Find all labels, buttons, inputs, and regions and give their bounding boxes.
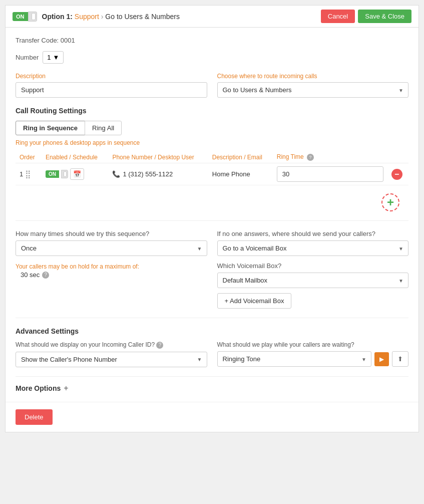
header-route: Go to Users & Numbers <box>105 13 180 21</box>
toggle-switch[interactable]: ON <box>13 12 37 22</box>
description-cell: Home Phone <box>208 163 273 185</box>
header-actions: Cancel Save & Close <box>321 10 411 23</box>
route-select-wrap: Go to Users & Numbers <box>217 82 409 98</box>
number-label: Number <box>16 54 39 61</box>
order-cell: 1 ⣿ <box>16 163 42 185</box>
no-answer-select-wrap: Go to a Voicemail Box <box>217 240 409 256</box>
try-select[interactable]: Once <box>16 240 207 256</box>
divider-1 <box>16 220 408 221</box>
phone-cell: 📞 1 (312) 555-1122 <box>108 163 208 185</box>
waiting-select[interactable]: Ringing Tone <box>217 351 372 367</box>
advanced-section: Advanced Settings What should we display… <box>16 327 408 393</box>
divider-2 <box>16 318 408 318</box>
header-option-prefix: Option 1: <box>42 13 75 21</box>
table-row: 1 ⣿ ON 📅 <box>16 163 408 185</box>
number-chevron-icon: ▼ <box>53 54 59 61</box>
number-dropdown[interactable]: 1 ▼ <box>43 51 64 64</box>
header-left: ON Option 1: Support › Go to Users & Num… <box>13 12 180 22</box>
caller-id-label: What should we display on your Incoming … <box>16 341 207 349</box>
add-row-button[interactable]: + <box>381 193 399 211</box>
order-number: 1 <box>20 170 23 178</box>
try-label: How many times should we try this sequen… <box>16 230 207 237</box>
transfer-code: Transfer Code: 0001 <box>16 37 408 44</box>
th-description: Description / Email <box>208 151 273 163</box>
route-label: Choose where to route incoming calls <box>217 73 409 80</box>
routing-table: Order Enabled / Schedule Phone Number / … <box>16 151 408 185</box>
caller-id-col: What should we display on your Incoming … <box>16 341 207 367</box>
main-content: Transfer Code: 0001 Number 1 ▼ Descripti… <box>6 28 418 402</box>
row-toggle-knob <box>64 171 67 177</box>
hold-label: Your callers may be on hold for a maximu… <box>16 263 207 270</box>
more-options-row: More Options + <box>16 376 408 393</box>
remove-row-button[interactable]: − <box>391 169 402 180</box>
caller-id-select[interactable]: Show the Caller's Phone Number <box>16 352 207 367</box>
call-routing-title: Call Routing Settings <box>16 107 408 115</box>
number-row: Number 1 ▼ <box>16 51 408 64</box>
footer: Delete <box>6 402 418 432</box>
ring-time-help-icon[interactable]: ? <box>307 154 314 161</box>
toggle-slider[interactable] <box>28 12 37 22</box>
hold-section: Your callers may be on hold for a maximu… <box>16 263 207 279</box>
phone-icon: 📞 <box>112 170 120 178</box>
caller-id-select-wrap: Show the Caller's Phone Number <box>16 352 207 367</box>
play-button[interactable]: ▶ <box>374 352 389 366</box>
ring-hint: Ring your phones & desktop apps in seque… <box>16 139 408 146</box>
voicemail-label: Which Voicemail Box? <box>217 262 409 270</box>
drag-handle-icon[interactable]: ⣿ <box>25 169 31 179</box>
th-phone: Phone Number / Desktop User <box>108 151 208 163</box>
th-order: Order <box>16 151 42 163</box>
waiting-select-wrap: Ringing Tone <box>217 351 372 367</box>
header-arrow: › <box>101 13 104 21</box>
tab-ring-all[interactable]: Ring All <box>85 121 122 135</box>
header-support-link[interactable]: Support <box>75 13 99 21</box>
number-value: 1 <box>47 54 51 61</box>
routing-table-header: Order Enabled / Schedule Phone Number / … <box>16 151 408 163</box>
header-title: Option 1: Support › Go to Users & Number… <box>42 13 180 21</box>
row-toggle-slider[interactable] <box>61 170 68 178</box>
tab-ring-in-sequence[interactable]: Ring in Sequence <box>16 121 85 135</box>
enabled-cell: ON 📅 <box>42 163 108 185</box>
caller-id-help-icon[interactable]: ? <box>156 342 163 349</box>
no-answer-col: If no one answers, where should we send … <box>217 230 409 309</box>
row-toggle-on[interactable]: ON <box>46 170 59 178</box>
th-ring-time: Ring Time ? <box>273 151 387 163</box>
header: ON Option 1: Support › Go to Users & Num… <box>6 6 418 28</box>
description-col: Description <box>16 73 207 98</box>
play-row: Ringing Tone ▶ ⬆ <box>217 351 409 367</box>
toggle-on-label: ON <box>13 12 28 21</box>
save-close-button[interactable]: Save & Close <box>358 10 411 23</box>
more-options-plus-icon[interactable]: + <box>64 384 68 393</box>
add-row-wrapper: + <box>16 190 408 211</box>
remove-cell: − <box>387 163 408 185</box>
description-input[interactable] <box>16 82 207 98</box>
hold-value-row: 30 sec ? <box>16 271 207 279</box>
upload-button[interactable]: ⬆ <box>392 351 408 367</box>
advanced-title: Advanced Settings <box>16 327 408 335</box>
calendar-icon[interactable]: 📅 <box>70 168 84 180</box>
sequence-section: How many times should we try this sequen… <box>16 230 408 309</box>
voicemail-select[interactable]: Default Mailbox <box>217 273 409 288</box>
hold-help-icon[interactable]: ? <box>42 272 49 279</box>
cancel-button[interactable]: Cancel <box>321 10 355 23</box>
description-label: Description <box>16 73 207 80</box>
voicemail-section: Which Voicemail Box? Default Mailbox + A… <box>217 262 409 309</box>
add-voicemail-button[interactable]: + Add Voicemail Box <box>217 293 292 309</box>
delete-button[interactable]: Delete <box>16 409 53 425</box>
try-col: How many times should we try this sequen… <box>16 230 207 309</box>
voicemail-select-wrap: Default Mailbox <box>217 273 409 288</box>
route-select[interactable]: Go to Users & Numbers <box>217 82 409 98</box>
no-answer-select[interactable]: Go to a Voicemail Box <box>217 240 409 256</box>
description-route-row: Description Choose where to route incomi… <box>16 73 408 98</box>
ring-time-cell <box>273 163 387 185</box>
waiting-label: What should we play while your callers a… <box>217 341 409 348</box>
ring-tabs: Ring in Sequence Ring All <box>16 121 408 135</box>
routing-table-body: 1 ⣿ ON 📅 <box>16 163 408 185</box>
no-answer-label: If no one answers, where should we send … <box>217 230 409 237</box>
th-actions <box>387 151 408 163</box>
advanced-two-col: What should we display on your Incoming … <box>16 341 408 367</box>
route-col: Choose where to route incoming calls Go … <box>217 73 409 98</box>
waiting-col: What should we play while your callers a… <box>217 341 409 367</box>
ring-time-input[interactable] <box>277 166 383 182</box>
phone-number: 1 (312) 555-1122 <box>123 170 173 178</box>
more-options-label: More Options <box>16 384 61 392</box>
